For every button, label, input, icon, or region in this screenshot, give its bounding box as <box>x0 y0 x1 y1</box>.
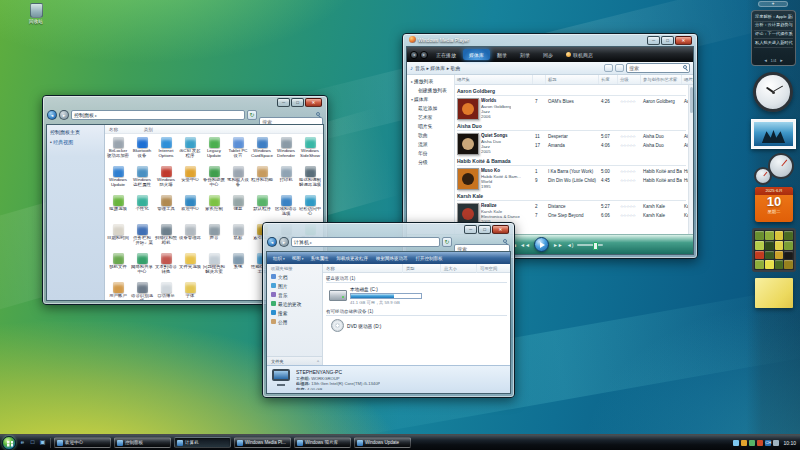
wmp-column-header[interactable]: 参与创作的艺术家 <box>641 75 682 84</box>
control-panel-item[interactable]: 管理工具 <box>154 194 178 223</box>
picture-puzzle-gadget[interactable] <box>752 228 796 272</box>
wmp-tree-item[interactable]: ▾ 媒体库 <box>407 95 454 104</box>
sidebar-item-home[interactable]: 控制面板主页 <box>50 129 101 135</box>
control-panel-item[interactable]: 网络和共享中心 <box>130 252 154 281</box>
volume-slider[interactable] <box>577 244 603 246</box>
control-panel-item[interactable]: Windows 防火墙 <box>154 165 178 194</box>
control-panel-item[interactable]: 系统 <box>226 252 250 281</box>
control-panel-item[interactable]: 脱机文件 <box>106 252 130 281</box>
forward-icon[interactable]: ► <box>59 110 69 120</box>
wmp-column-header[interactable]: 长度 <box>599 75 618 84</box>
control-panel-item[interactable]: Legacy Update <box>202 136 226 165</box>
wmp-tab[interactable]: 刻录 <box>514 49 536 60</box>
back-icon[interactable]: ◄ <box>47 110 57 120</box>
control-panel-item[interactable]: 电源选项 <box>106 194 130 223</box>
forward-icon[interactable]: ► <box>279 237 289 247</box>
wmp-search-input[interactable] <box>626 63 690 73</box>
mute-icon[interactable]: ◄) <box>567 242 574 248</box>
window-computer[interactable]: ─ □ ✕ ◄ ► 计算机 ↻ 组织 视图 系统属性 卸载或更改程序 <box>262 222 515 398</box>
slideshow-gadget[interactable] <box>751 119 796 149</box>
quick-launch-icon[interactable]: e <box>18 438 27 447</box>
puzzle-tile[interactable] <box>755 251 764 260</box>
column-header[interactable]: 名称 <box>323 264 403 273</box>
control-panel-item[interactable]: 字体 <box>178 281 202 300</box>
wmp-tab[interactable]: 正在播放 <box>430 49 462 60</box>
tray-icon[interactable] <box>733 440 739 446</box>
next-icon[interactable]: ►► <box>553 242 563 248</box>
sidebar-add-gadget-control[interactable]: + <box>758 1 788 7</box>
album-cell[interactable]: Quiet Songs Aisha Duo Jazz 2005 <box>455 132 533 155</box>
taskbar-button[interactable]: Windows Media Pl... <box>234 437 291 448</box>
drive-row-c[interactable]: 本地磁盘 (C:) 41.1 GB 可用，共 59.9 GB <box>323 284 510 306</box>
minimize-icon[interactable]: ─ <box>277 98 290 107</box>
control-panel-item[interactable]: 问题报告和解决方案 <box>202 252 226 281</box>
folders-band[interactable]: 文件夹 <box>267 356 322 365</box>
favorite-link[interactable]: 音乐 <box>267 290 322 299</box>
taskbar-button[interactable]: 控制面板 <box>114 437 171 448</box>
puzzle-tile[interactable] <box>784 241 793 250</box>
favorite-link[interactable]: 公用 <box>267 317 322 326</box>
album-cell[interactable]: Worlds Aaron Goldberg Jazz 2006 <box>455 97 533 120</box>
track-rating[interactable]: ☆☆☆☆☆ <box>618 167 641 176</box>
tray-icon[interactable]: CH <box>765 440 771 446</box>
control-panel-item[interactable]: BitLocker 驱动器加密 <box>106 136 130 165</box>
command-bar-button[interactable]: 映射网络驱动器 <box>374 256 411 261</box>
tray-icon[interactable] <box>773 440 779 446</box>
taskbar-button[interactable]: 计算机 <box>174 437 231 448</box>
command-bar-button[interactable]: 卸载或更改程序 <box>335 256 372 261</box>
wmp-tree-item[interactable]: 年份 <box>407 149 454 158</box>
puzzle-tile[interactable] <box>775 260 784 269</box>
wmp-tree-item[interactable]: 创建播放列表 <box>407 86 454 95</box>
puzzle-tile[interactable] <box>765 231 774 240</box>
control-panel-item[interactable]: 个性化 <box>130 194 154 223</box>
column-header[interactable]: 总大小 <box>441 264 477 273</box>
control-panel-item[interactable]: Windows 边栏属性 <box>130 165 154 194</box>
control-panel-item[interactable]: Windows Defender <box>274 136 298 165</box>
control-panel-item[interactable]: 日期和时间 <box>106 223 130 252</box>
wmp-tree-item[interactable]: 歌曲 <box>407 131 454 140</box>
command-bar-button[interactable]: 系统属性 <box>309 256 332 261</box>
artist-header[interactable]: Aisha Duo <box>457 123 686 131</box>
feed-headline[interactable]: 评论：下一代操作系… <box>754 31 793 40</box>
minimize-icon[interactable]: ─ <box>647 36 660 45</box>
wmp-column-header[interactable]: 唱片集艺术家 <box>682 75 693 84</box>
control-panel-item[interactable]: 任务栏和「开始」菜单 <box>130 223 154 252</box>
artist-header[interactable]: Habib Koité & Bamada <box>457 158 686 166</box>
favorite-link[interactable]: 文档 <box>267 272 322 281</box>
control-panel-item[interactable]: 电话和调制解调器选项 <box>298 165 322 194</box>
control-panel-item[interactable]: 程序和功能 <box>250 165 274 194</box>
control-panel-item[interactable]: 区域和语言选项 <box>274 194 298 223</box>
puzzle-tile[interactable] <box>755 231 764 240</box>
track-row[interactable]: 7 OAM's Blues 4:26 ☆☆☆☆☆ Aaron Goldberg … <box>533 97 688 106</box>
wmp-tree-item[interactable]: 唱片集 <box>407 122 454 131</box>
refresh-icon[interactable]: ↻ <box>442 237 452 247</box>
wmp-tree-item[interactable]: 艺术家 <box>407 113 454 122</box>
control-panel-item[interactable]: Internet Options <box>154 136 178 165</box>
command-bar-button[interactable]: 打开控制面板 <box>414 256 446 261</box>
wmp-column-header[interactable]: 标题 <box>546 75 599 84</box>
track-rating[interactable]: ☆☆☆☆☆ <box>618 176 641 185</box>
maximize-icon[interactable]: □ <box>478 225 491 234</box>
control-panel-item[interactable]: 轻松访问中心 <box>298 194 322 223</box>
control-panel-item[interactable]: Windows SideShow <box>298 136 322 165</box>
track-row[interactable]: 2 Distance 5:27 ☆☆☆☆☆ Karsh Kale Karsh K… <box>533 202 688 211</box>
feed-headlines-gadget[interactable]: 深度解析：Apple 新品…分析：云计算趋势与…评论：下一代操作系…私人航天进入… <box>751 10 796 66</box>
puzzle-tile[interactable] <box>775 241 784 250</box>
control-panel-item[interactable]: Bluetooth 设备 <box>130 136 154 165</box>
taskbar-button[interactable]: Windows 照片库 <box>294 437 351 448</box>
control-panel-item[interactable]: 安全中心 <box>178 165 202 194</box>
track-row[interactable]: 9 Din Din Wo (Little Child) 4:45 ☆☆☆☆☆ H… <box>533 176 688 185</box>
start-button[interactable] <box>2 436 16 450</box>
maximize-icon[interactable]: □ <box>291 98 304 107</box>
close-icon[interactable]: ✕ <box>492 225 509 234</box>
control-panel-item[interactable]: Windows CardSpace <box>250 136 274 165</box>
wmp-tree-item[interactable]: 流派 <box>407 140 454 149</box>
group-header-removable[interactable]: 有可移动存储的设备 (1) <box>326 309 507 316</box>
scrollbar[interactable] <box>688 85 693 234</box>
artist-header[interactable]: Aaron Goldberg <box>457 88 686 96</box>
group-header-hdd[interactable]: 硬盘驱动器 (1) <box>326 276 507 283</box>
control-panel-item[interactable]: 文件夹选项 <box>178 252 202 281</box>
layout-options-icon[interactable] <box>604 64 613 72</box>
artist-header[interactable]: Karsh Kale <box>457 193 686 201</box>
wmp-back-icon[interactable]: ◄ <box>410 51 418 59</box>
